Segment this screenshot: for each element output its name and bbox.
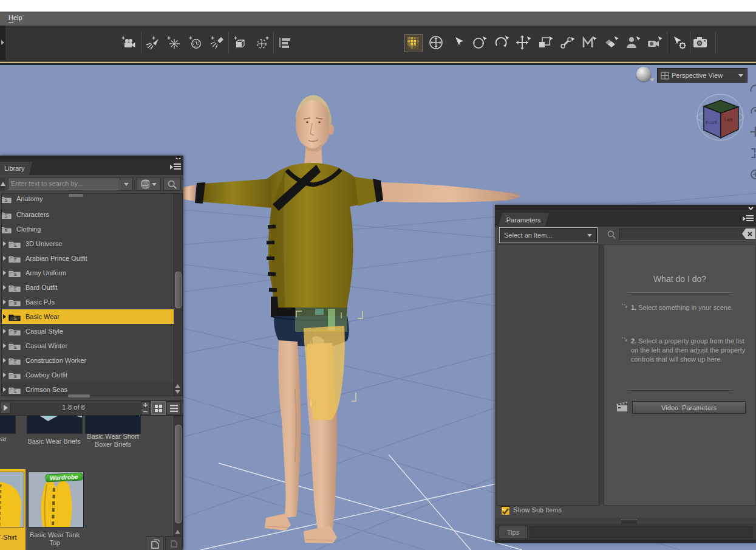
library-options-button[interactable] (170, 163, 181, 171)
expand-icon[interactable] (3, 241, 6, 246)
expand-icon[interactable] (3, 314, 6, 319)
tips-tab[interactable]: Tips (499, 526, 528, 539)
tree-item-cowboy-outfit[interactable]: S Cowboy Outfit (2, 368, 174, 382)
tree-item-anatomy[interactable]: S Anatomy (2, 193, 174, 206)
expand-icon[interactable] (3, 387, 6, 392)
folder-icon: S (9, 371, 21, 380)
svg-text:S: S (13, 257, 16, 263)
scroll-arrows-icon[interactable] (174, 383, 181, 394)
thumbs-vertical-scrollbar[interactable] (174, 416, 183, 547)
scale-tool-button[interactable] (537, 34, 554, 51)
item-selector-dropdown[interactable]: Select an Item... (500, 228, 597, 242)
new-spotlight-button[interactable] (145, 34, 162, 51)
search-history-button[interactable] (120, 177, 133, 191)
tree-item-construction-worker[interactable]: S Construction Worker (2, 353, 174, 368)
thumbs-scroll-thumb[interactable] (175, 425, 182, 523)
new-point-light-button[interactable] (165, 34, 182, 51)
view-cube[interactable]: Front Left (692, 89, 750, 147)
help-menu[interactable]: Help (9, 14, 22, 21)
new-distant-light-button[interactable] (187, 34, 204, 51)
video-clapper-icon (616, 402, 628, 412)
folder-icon: S (1, 225, 12, 234)
translate-tool-button[interactable] (515, 34, 532, 51)
toolbar-divider (0, 60, 756, 65)
search-go-button[interactable] (163, 177, 181, 191)
expand-icon[interactable] (3, 285, 6, 290)
parameters-horizontal-splitter[interactable] (495, 518, 756, 524)
zoom-out-thumbs-button[interactable] (141, 408, 150, 415)
svg-text:S: S (13, 359, 16, 365)
thumb-basic-wear-short-boxer-briefs[interactable] (85, 416, 141, 434)
edge-frame-icon[interactable] (749, 168, 756, 180)
expand-icon[interactable] (3, 343, 6, 348)
library-search-input[interactable] (8, 177, 125, 190)
camera-selection-button[interactable] (646, 34, 663, 51)
new-primitive-button[interactable] (232, 34, 249, 51)
view-selector-dropdown[interactable]: Perspective View (657, 68, 747, 83)
tree-vertical-scrollbar[interactable] (174, 193, 183, 396)
draw-style-sphere-button[interactable] (636, 67, 651, 81)
expand-icon[interactable] (3, 300, 6, 304)
figure-genesis-male[interactable] (183, 95, 520, 543)
main-toolbar (0, 26, 756, 60)
parameters-search-input[interactable] (619, 229, 747, 241)
svg-text:S: S (13, 242, 16, 248)
geometry-editor-button[interactable] (581, 34, 598, 51)
tree-item-basic-wear-selected[interactable]: S Basic Wear (2, 309, 174, 324)
toolbar-overflow-button[interactable] (0, 26, 5, 60)
tree-item-army-uniform[interactable]: S Army Uniform (2, 266, 174, 280)
library-tab[interactable]: Library (0, 161, 33, 175)
render-button[interactable] (692, 34, 709, 51)
tool-settings-button[interactable] (670, 34, 687, 51)
figure-selection-button[interactable] (624, 34, 641, 51)
parameters-options-button[interactable] (743, 215, 754, 222)
list-view-button[interactable] (166, 401, 181, 415)
edge-pan-icon[interactable] (749, 126, 756, 138)
window-title-strip (0, 0, 756, 12)
node-selection-button[interactable] (449, 34, 466, 51)
thumb-basic-wear-tank-top[interactable]: Wardrobe Basic Wear Tank Top (27, 469, 83, 550)
aux-viewport-button[interactable] (404, 34, 423, 52)
expand-icon[interactable] (3, 373, 6, 377)
page-options-button[interactable] (165, 536, 182, 550)
property-group-list[interactable] (497, 244, 600, 506)
show-sub-items-checkbox[interactable] (501, 506, 510, 515)
edge-dolly-icon[interactable] (749, 147, 756, 159)
thumb-basic-wear-tshirt-selected[interactable]: Wardrobe Basic Wear T-Shirt (0, 469, 26, 550)
expand-icon[interactable] (3, 270, 6, 275)
scene-list-button[interactable] (276, 34, 293, 51)
surface-selection-button[interactable] (602, 34, 619, 51)
parameters-tab-label: Parameters (506, 216, 541, 224)
grid-view-button[interactable] (151, 401, 166, 415)
tree-item-casual-winter[interactable]: S Casual Winter (2, 339, 174, 353)
tree-item-basic-pjs[interactable]: S Basic PJs (2, 295, 174, 309)
tree-item-characters[interactable]: S Characters (2, 207, 174, 222)
draw-style-arrow-icon[interactable] (650, 78, 655, 81)
twist-tool-button[interactable] (493, 34, 510, 51)
new-camera-button[interactable] (120, 34, 137, 51)
expand-icon[interactable] (3, 358, 6, 363)
rotate-tool-button[interactable] (471, 34, 488, 51)
parameters-tab[interactable]: Parameters (498, 212, 550, 227)
tree-item-bard-outfit[interactable]: S Bard Outfit (2, 280, 174, 295)
new-null-button[interactable] (254, 34, 271, 51)
expand-icon[interactable] (3, 256, 6, 261)
tree-item-arabian-prince-outfit[interactable]: S Arabian Prince Outfit (2, 251, 174, 266)
expand-icon[interactable] (3, 329, 6, 334)
thumb-basic-wear-boxers[interactable] (0, 416, 16, 434)
joint-editor-button[interactable] (559, 34, 576, 51)
edge-rotate-icon[interactable] (749, 83, 756, 95)
tree-item-3d-universe[interactable]: S 3D Universe (2, 236, 174, 251)
tree-item-clothing[interactable]: S Clothing (2, 222, 174, 236)
video-parameters-button[interactable]: Video: Parameters (632, 401, 746, 414)
new-file-button[interactable] (146, 536, 164, 550)
thumb-basic-wear-briefs[interactable] (27, 416, 83, 434)
collapse-icon[interactable] (0, 177, 5, 191)
pan-view-button[interactable] (427, 34, 444, 51)
new-linear-point-light-button[interactable] (209, 34, 226, 51)
tree-hscroll-bottom-thumb[interactable] (68, 394, 90, 397)
tree-scroll-thumb[interactable] (175, 272, 182, 308)
tree-item-casual-style[interactable]: S Casual Style (2, 324, 174, 339)
edge-orbit-icon[interactable] (749, 105, 756, 117)
database-filter-button[interactable] (137, 177, 161, 191)
